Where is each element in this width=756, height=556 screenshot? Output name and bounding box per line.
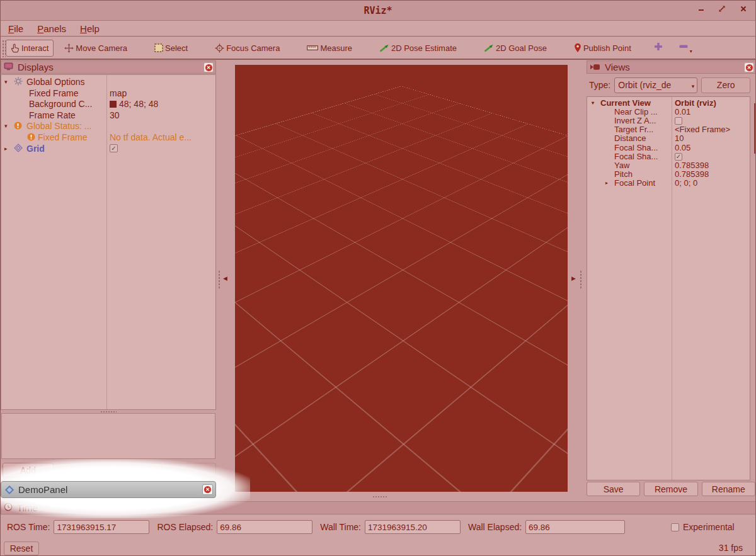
menu-help[interactable]: Help [80,23,100,34]
time-fields: ROS Time:ROS Elapsed:Wall Time:Wall Elap… [7,520,633,534]
close-icon[interactable] [736,4,750,17]
view-row-label: Pitch [614,170,669,179]
view-value-text: 0.05 [675,144,690,152]
display-row-value: map [110,88,214,99]
tool-label: Measure [320,43,352,53]
view-row-label: Focal Sha... [614,152,669,161]
clock-icon [4,502,13,513]
view-row-label: Target Fr... [614,125,669,134]
collapse-left-icon[interactable]: ◀ [223,275,227,281]
reset-button[interactable]: Reset [4,542,39,555]
minimize-icon[interactable] [694,4,708,17]
tool-measure[interactable]: Measure [302,40,357,57]
tool-label: Publish Point [583,43,631,53]
tool-publish-point[interactable]: Publish Point [569,39,636,57]
toolbar-drag-handle[interactable] [2,40,6,57]
display-row-global-status[interactable]: ▾Global Status: ... [1,120,215,132]
view-type-value: Orbit (rviz_de [618,80,671,90]
display-value-text: No tf data. Actual e... [110,132,192,143]
rename-view-button[interactable]: Rename [702,482,755,496]
remove-tool-button[interactable]: ▾ [679,42,692,54]
displays-tree[interactable]: ▾Global OptionsFixed FramemapBackground … [1,74,216,410]
tool-move-camera[interactable]: Move Camera [59,40,132,57]
view-row-focal-sha[interactable]: Focal Sha...0.05 [587,144,750,152]
view-row-target-fr[interactable]: Target Fr...<Fixed Frame> [587,125,750,134]
views-close-icon[interactable]: ✕ [744,62,754,72]
view-row-distance[interactable]: Distance10 [587,134,750,143]
view-row-focal-point[interactable]: ▸Focal Point0; 0; 0 [587,179,750,188]
tool-focus-camera[interactable]: Focus Camera [210,40,285,57]
displays-close-icon[interactable]: ✕ [203,62,214,72]
tool-2d-goal-pose[interactable]: 2D Goal Pose [479,40,552,57]
view-row-value: 10 [675,134,748,143]
collapse-right-icon[interactable]: ▶ [571,275,576,281]
add-tool-button[interactable] [653,42,663,54]
zero-button[interactable]: Zero [701,77,750,93]
wall-elapsed-field[interactable] [525,520,625,534]
grid-icon [14,144,23,155]
time-panel-header[interactable]: Time [1,501,756,514]
view-row-focal-sha[interactable]: Focal Sha...✓ [587,152,750,161]
view-row-pitch[interactable]: Pitch0.785398 [587,170,750,179]
view-row-label: Focal Sha... [614,144,669,152]
menu-panels[interactable]: Panels [37,23,66,34]
wall-time-field[interactable] [365,520,461,534]
title-bar[interactable]: RViz* [1,1,755,21]
collapsed-arrow-icon[interactable]: ▸ [605,179,608,188]
display-row-frame-rate[interactable]: Frame Rate30 [1,110,215,121]
view-row-yaw[interactable]: Yaw0.785398 [587,161,750,170]
tool-label: 2D Pose Estimate [391,43,457,53]
display-value-text: 30 [110,110,120,121]
3d-viewport[interactable] [235,65,568,492]
display-row-global-options[interactable]: ▾Global Options [1,76,215,88]
fps-counter: 31 fps [719,543,743,553]
displays-panel-header[interactable]: Displays ✕ [1,60,216,74]
tool-interact[interactable]: Interact [6,40,54,57]
display-row-grid[interactable]: ▸Grid✓ [1,143,215,154]
view-property-checkbox[interactable] [675,117,682,125]
display-value-text: 48; 48; 48 [119,98,158,110]
demo-panel-close-icon[interactable]: ✕ [202,484,213,495]
ros-elapsed-field[interactable] [217,520,312,534]
ros-time-label: ROS Time: [7,522,50,532]
display-enabled-checkbox[interactable]: ✓ [110,144,118,152]
display-row-fixed-frame[interactable]: Fixed FrameNo tf data. Actual e... [1,132,215,143]
display-row-label: Grid [26,143,103,154]
views-panel-header[interactable]: Views ✕ [587,60,756,74]
demo-panel-header[interactable]: DemoPanel ✕ [1,481,216,498]
toolbar: InteractMove CameraSelectFocus CameraMea… [1,37,755,60]
maximize-icon[interactable] [715,4,729,17]
experimental-option[interactable]: Experimental [671,522,735,532]
display-row-fixed-frame[interactable]: Fixed Framemap [1,88,215,99]
display-row-background-c[interactable]: Background C...48; 48; 48 [1,98,215,110]
add-button[interactable]: Add [3,463,54,477]
collapsed-arrow-icon[interactable]: ▸ [4,143,8,154]
experimental-checkbox[interactable] [671,523,679,531]
goal-arrow-icon [484,43,494,52]
right-splitter[interactable] [580,270,582,289]
view-property-checkbox[interactable]: ✓ [675,153,682,161]
expanded-arrow-icon[interactable]: ▾ [4,76,8,88]
remove-view-button[interactable]: Remove [644,482,697,496]
views-tree[interactable]: ▾Current ViewOrbit (rviz)Near Clip ...0.… [587,96,750,480]
view-value-text: 10 [675,134,684,143]
displays-description-box [1,413,215,459]
view-type-dropdown[interactable]: Orbit (rviz_de ▾ [614,77,697,93]
view-row-current-view[interactable]: ▾Current ViewOrbit (rviz) [587,99,750,108]
bottom-splitter-handle[interactable] [372,496,387,498]
view-row-invert-z-a[interactable]: Invert Z A... [587,116,750,125]
view-row-near-clip[interactable]: Near Clip ...0.01 [587,108,750,116]
view-row-value: 0.05 [675,144,748,152]
view-row-value: 0.01 [675,108,748,116]
tool-2d-pose-estimate[interactable]: 2D Pose Estimate [374,40,462,57]
expanded-arrow-icon[interactable]: ▾ [4,120,8,132]
left-splitter[interactable] [218,270,220,289]
ros-time-field[interactable] [54,520,149,534]
chevron-down-icon: ▾ [692,83,695,89]
tool-select[interactable]: Select [149,40,193,57]
display-row-value [110,120,214,132]
save-view-button[interactable]: Save [587,482,640,496]
expanded-arrow-icon[interactable]: ▾ [592,99,594,108]
display-row-value: 30 [110,110,214,121]
menu-file[interactable]: File [8,23,23,34]
